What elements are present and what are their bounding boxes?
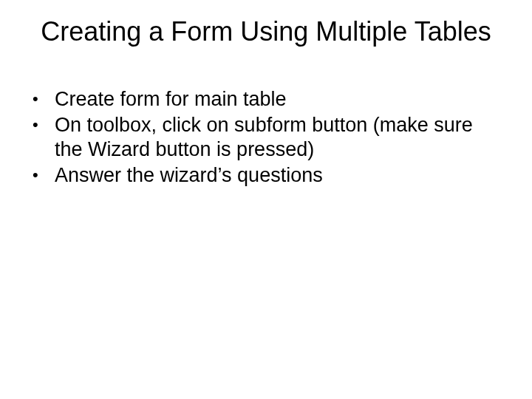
bullet-icon: • (30, 113, 55, 137)
list-item: • On toolbox, click on subform button (m… (30, 113, 502, 162)
list-item: • Answer the wizard’s questions (30, 163, 502, 188)
bullet-text: Create form for main table (55, 87, 502, 112)
slide: Creating a Form Using Multiple Tables • … (0, 0, 532, 399)
bullet-text: Answer the wizard’s questions (55, 163, 502, 188)
bullet-icon: • (30, 163, 55, 187)
bullet-text: On toolbox, click on subform button (mak… (55, 113, 502, 162)
slide-title: Creating a Form Using Multiple Tables (0, 16, 532, 47)
slide-body: • Create form for main table • On toolbo… (30, 87, 502, 189)
list-item: • Create form for main table (30, 87, 502, 112)
bullet-icon: • (30, 87, 55, 111)
